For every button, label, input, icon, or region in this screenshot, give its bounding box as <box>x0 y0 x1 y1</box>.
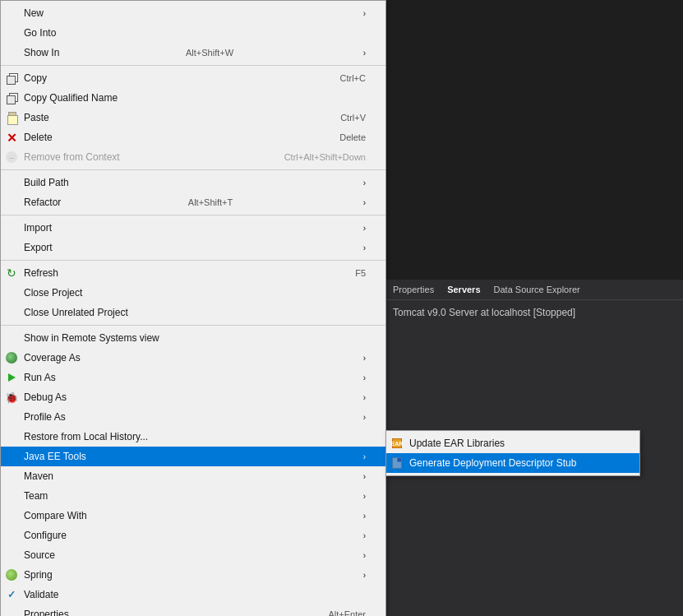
menu-item-coverage-as[interactable]: Coverage As › <box>1 348 385 368</box>
menu-item-spring[interactable]: Spring › <box>1 565 385 585</box>
menu-label-maven: Maven <box>24 470 53 482</box>
menu-item-delete[interactable]: ✕ Delete Delete <box>1 127 385 147</box>
submenu-item-update-ear[interactable]: EAR Update EAR Libraries <box>386 433 639 453</box>
menu-label-refactor: Refactor <box>24 197 61 208</box>
menu-item-export[interactable]: Export › <box>1 238 385 257</box>
menu-item-refresh[interactable]: ↻ Refresh F5 <box>1 263 385 283</box>
arrow-debug-as: › <box>363 393 369 402</box>
menu-label-properties: Properties <box>24 609 69 616</box>
arrow-refactor: › <box>363 198 369 207</box>
arrow-import: › <box>363 224 369 233</box>
menu-item-paste[interactable]: Paste Ctrl+V <box>1 108 385 127</box>
menu-label-source: Source <box>24 549 55 561</box>
menu-item-new[interactable]: New › <box>1 3 385 23</box>
arrow-export: › <box>363 243 369 252</box>
refresh-icon: ↻ <box>5 266 18 280</box>
menu-label-spring: Spring <box>24 569 53 581</box>
menu-item-build-path[interactable]: Build Path › <box>1 173 385 192</box>
shortcut-remove-context: Ctrl+Alt+Shift+Down <box>284 152 369 162</box>
menu-item-show-remote[interactable]: Show in Remote Systems view <box>1 328 385 348</box>
separator-5 <box>1 325 385 326</box>
submenu-label-generate-descriptor: Generate Deployment Descriptor Stub <box>409 457 576 469</box>
shortcut-refresh: F5 <box>355 268 369 278</box>
menu-label-java-ee-tools: Java EE Tools <box>24 451 86 462</box>
menu-item-restore-history[interactable]: Restore from Local History... <box>1 427 385 447</box>
menu-item-java-ee-tools[interactable]: Java EE Tools › <box>1 447 385 466</box>
debug-icon: 🐞 <box>5 391 18 404</box>
shortcut-delete: Delete <box>339 132 369 142</box>
menu-item-maven[interactable]: Maven › <box>1 466 385 486</box>
menu-item-compare-with[interactable]: Compare With › <box>1 506 385 526</box>
tab-servers[interactable]: Servers <box>441 282 487 297</box>
menu-label-refresh: Refresh <box>24 267 58 279</box>
menu-item-profile-as[interactable]: Profile As › <box>1 407 385 427</box>
tab-datasource[interactable]: Data Source Explorer <box>487 282 587 297</box>
arrow-build-path: › <box>363 178 369 188</box>
shortcut-copy: Ctrl+C <box>340 73 369 83</box>
menu-label-copy-qualified: Copy Qualified Name <box>24 92 118 104</box>
coverage-icon <box>5 351 18 364</box>
arrow-profile-as: › <box>363 413 369 422</box>
arrow-compare-with: › <box>363 512 369 521</box>
menu-label-new: New <box>24 7 44 19</box>
context-menu: New › Go Into Show In Alt+Shift+W › Copy… <box>0 0 386 616</box>
remove-context-icon: – <box>5 151 18 164</box>
menu-label-go-into: Go Into <box>24 27 56 39</box>
copy-icon <box>5 72 18 85</box>
arrow-spring: › <box>363 571 369 580</box>
server-label: Tomcat v9.0 Server at localhost [Stopped… <box>393 307 575 318</box>
shortcut-properties: Alt+Enter <box>328 609 369 616</box>
arrow-source: › <box>363 551 369 560</box>
descriptor-icon <box>390 456 404 470</box>
menu-label-show-in: Show In <box>24 47 59 58</box>
submenu-label-update-ear: Update EAR Libraries <box>409 438 505 449</box>
menu-item-copy[interactable]: Copy Ctrl+C <box>1 68 385 88</box>
shortcut-show-in: Alt+Shift+W <box>186 48 237 58</box>
menu-label-configure: Configure <box>24 530 67 541</box>
menu-item-close-unrelated[interactable]: Close Unrelated Project <box>1 303 385 322</box>
menu-label-team: Team <box>24 490 48 502</box>
menu-item-import[interactable]: Import › <box>1 218 385 238</box>
menu-label-validate: Validate <box>24 589 58 600</box>
java-ee-tools-submenu: EAR Update EAR Libraries Generate Deploy… <box>385 430 640 476</box>
arrow-new: › <box>363 9 369 18</box>
menu-label-copy: Copy <box>24 72 47 84</box>
paste-icon <box>5 111 18 124</box>
menu-item-refactor[interactable]: Refactor Alt+Shift+T › <box>1 192 385 212</box>
menu-label-close-unrelated: Close Unrelated Project <box>24 307 128 318</box>
menu-item-team[interactable]: Team › <box>1 486 385 506</box>
menu-item-show-in[interactable]: Show In Alt+Shift+W › <box>1 43 385 63</box>
menu-item-validate[interactable]: ✓ Validate <box>1 585 385 604</box>
menu-item-copy-qualified[interactable]: Copy Qualified Name <box>1 88 385 108</box>
menu-item-properties[interactable]: Properties Alt+Enter <box>1 604 385 616</box>
menu-label-profile-as: Profile As <box>24 411 66 423</box>
ear-icon: EAR <box>390 437 404 450</box>
delete-icon: ✕ <box>5 131 18 144</box>
arrow-maven: › <box>363 472 369 481</box>
menu-label-remove-context: Remove from Context <box>24 151 120 163</box>
arrow-show-in: › <box>363 49 369 58</box>
spring-icon <box>5 568 18 581</box>
shortcut-refactor: Alt+Shift+T <box>188 197 236 207</box>
menu-item-go-into[interactable]: Go Into <box>1 23 385 43</box>
menu-item-run-as[interactable]: Run As › <box>1 368 385 387</box>
run-icon <box>5 371 18 384</box>
arrow-coverage-as: › <box>363 354 369 363</box>
menu-item-remove-context[interactable]: – Remove from Context Ctrl+Alt+Shift+Dow… <box>1 147 385 167</box>
menu-label-export: Export <box>24 242 53 253</box>
arrow-team: › <box>363 492 369 501</box>
menu-label-paste: Paste <box>24 112 49 123</box>
menu-label-coverage-as: Coverage As <box>24 352 81 364</box>
menu-item-close-project[interactable]: Close Project <box>1 283 385 303</box>
menu-item-source[interactable]: Source › <box>1 545 385 565</box>
menu-item-debug-as[interactable]: 🐞 Debug As › <box>1 387 385 407</box>
tab-bar: Properties Servers Data Source Explorer <box>386 280 683 300</box>
tab-properties[interactable]: Properties <box>386 282 441 297</box>
submenu-item-generate-descriptor[interactable]: Generate Deployment Descriptor Stub <box>386 453 639 473</box>
validate-icon: ✓ <box>5 588 18 601</box>
menu-item-configure[interactable]: Configure › <box>1 526 385 545</box>
separator-1 <box>1 65 385 66</box>
menu-label-show-remote: Show in Remote Systems view <box>24 332 159 344</box>
separator-3 <box>1 215 385 215</box>
menu-label-import: Import <box>24 222 52 234</box>
